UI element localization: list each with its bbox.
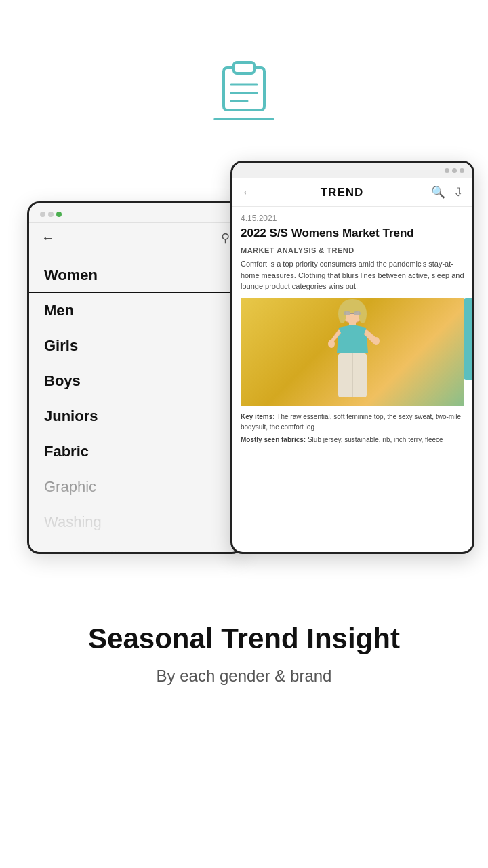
back-arrow-icon[interactable]: ← (41, 230, 55, 245)
header-dot (445, 168, 449, 173)
zoom-icon[interactable]: 🔍 (431, 185, 445, 199)
svg-point-14 (373, 337, 380, 345)
device-right: ← TREND 🔍 ⇩ 4.15.2021 2022 S/S Womens Ma… (230, 161, 474, 554)
nav-item-women[interactable]: Women (29, 258, 242, 293)
bottom-title: Seasonal Trend Insight (27, 622, 461, 656)
trend-key-items: Key items: The raw essential, soft femin… (241, 412, 464, 432)
status-dot (48, 212, 54, 217)
trend-back-icon[interactable]: ← (242, 186, 253, 199)
clipboard-icon-wrap (214, 54, 274, 120)
fabrics-text: Slub jersey, sustainable, rib, inch terr… (308, 436, 443, 443)
fabrics-label: Mostly seen fabrics: (241, 436, 308, 443)
header-dot (452, 168, 457, 173)
fashion-figure-svg (322, 299, 383, 404)
trend-date: 4.15.2021 (241, 214, 464, 223)
trend-title: TREND (321, 186, 364, 199)
nav-item-girls[interactable]: Girls (29, 328, 242, 363)
nav-item-fabric[interactable]: Fabric (29, 434, 242, 469)
header-dot (460, 168, 464, 173)
device-nav-bar: ← ⚲ (29, 223, 242, 252)
svg-rect-9 (344, 311, 350, 315)
status-dot (40, 212, 45, 217)
teal-accent-tab (464, 298, 474, 380)
trend-article-title: 2022 S/S Womens Market Trend (241, 226, 464, 241)
clipboard-underline (214, 118, 274, 120)
device-left-header (29, 203, 242, 223)
mockup-area: ← ⚲ Women Men Girls Boys Juniors Fabric … (0, 161, 488, 581)
clipboard-icon (214, 54, 274, 115)
trend-nav-icons: 🔍 ⇩ (431, 185, 463, 199)
svg-rect-1 (234, 62, 254, 73)
device-right-header (232, 163, 472, 178)
device-status-dots (40, 212, 62, 217)
trend-section-label: MARKET ANALYSIS & TREND (241, 246, 464, 254)
svg-rect-10 (354, 311, 361, 315)
trend-fashion-image (241, 298, 464, 406)
key-items-label: Key items: (241, 413, 277, 420)
search-icon[interactable]: ⚲ (221, 231, 230, 245)
device-left: ← ⚲ Women Men Girls Boys Juniors Fabric … (27, 201, 244, 554)
bottom-text-area: Seasonal Trend Insight By each gender & … (0, 581, 488, 713)
trend-body-text: Comfort is a top priority consumers amid… (241, 258, 464, 292)
trend-fabrics: Mostly seen fabrics: Slub jersey, sustai… (241, 435, 464, 445)
nav-item-boys[interactable]: Boys (29, 363, 242, 399)
download-icon[interactable]: ⇩ (453, 185, 463, 199)
top-icon-area (0, 0, 488, 161)
svg-point-13 (328, 340, 335, 348)
nav-item-men[interactable]: Men (29, 293, 242, 328)
bottom-subtitle: By each gender & brand (27, 667, 461, 686)
nav-item-juniors[interactable]: Juniors (29, 399, 242, 434)
device-left-fade (29, 471, 242, 552)
trend-nav-bar: ← TREND 🔍 ⇩ (232, 178, 472, 207)
trend-content: 4.15.2021 2022 S/S Womens Market Trend M… (232, 207, 472, 535)
status-dot-green (56, 212, 62, 217)
